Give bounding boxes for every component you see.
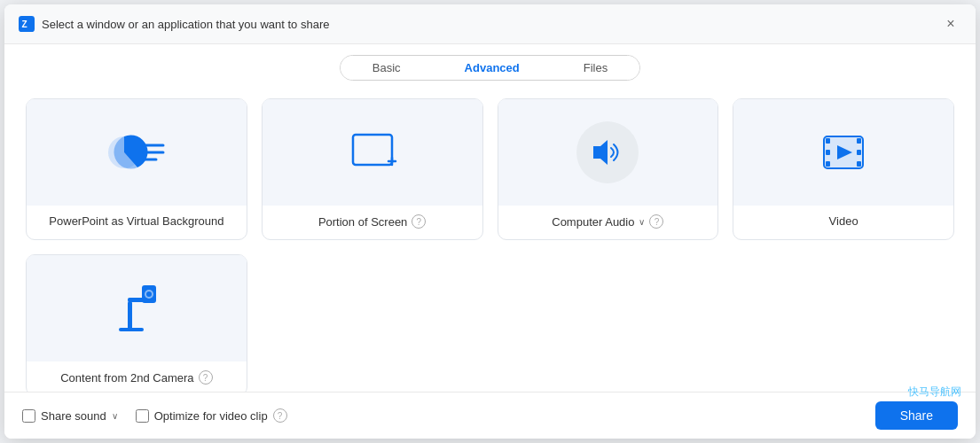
cards-row2: Content from 2nd Camera ? — [26, 254, 954, 392]
optimize-text: Optimize for video clip — [154, 409, 268, 423]
camera-icon — [101, 273, 172, 344]
share-dialog: Z Select a window or an application that… — [4, 4, 976, 439]
tab-advanced[interactable]: Advanced — [433, 56, 552, 80]
zoom-logo-icon: Z — [19, 16, 35, 32]
computer-audio-label: Computer Audio — [552, 215, 634, 229]
computer-audio-help-icon[interactable]: ? — [649, 214, 663, 229]
tab-basic[interactable]: Basic — [341, 56, 433, 80]
powerpoint-icon-area — [27, 99, 247, 206]
video-label: Video — [829, 214, 858, 228]
optimize-label[interactable]: Optimize for video clip ? — [136, 408, 287, 423]
computer-audio-icon-area — [498, 99, 718, 206]
svg-text:Z: Z — [21, 19, 27, 29]
optimize-checkbox[interactable] — [136, 409, 149, 423]
card-2nd-camera[interactable]: Content from 2nd Camera ? — [26, 254, 247, 392]
tab-files[interactable]: Files — [552, 56, 639, 80]
computer-audio-chevron-icon[interactable]: ∨ — [639, 217, 645, 227]
svg-rect-12 — [826, 138, 830, 144]
share-sound-checkbox[interactable] — [22, 409, 35, 423]
content-area: PowerPoint as Virtual Background Portion… — [4, 88, 976, 392]
powerpoint-label-row: PowerPoint as Virtual Background — [27, 206, 247, 238]
share-sound-chevron-icon[interactable]: ∨ — [112, 411, 118, 421]
card-computer-audio[interactable]: Computer Audio ∨ ? — [498, 98, 719, 240]
tabs-bar: Basic Advanced Files — [4, 44, 976, 88]
card-video[interactable]: Video — [733, 98, 954, 240]
audio-circle — [576, 121, 639, 183]
svg-rect-6 — [353, 135, 392, 165]
close-button[interactable]: × — [940, 13, 961, 35]
bottom-bar: Share sound ∨ Optimize for video clip ? … — [4, 392, 976, 439]
svg-rect-17 — [857, 161, 861, 167]
portion-screen-icon-area — [263, 99, 482, 206]
svg-rect-15 — [857, 138, 861, 144]
portion-screen-label-row: Portion of Screen ? — [263, 206, 482, 239]
powerpoint-icon — [101, 126, 172, 179]
svg-rect-13 — [826, 150, 830, 155]
share-button[interactable]: Share — [875, 401, 958, 430]
svg-point-24 — [146, 291, 152, 297]
portion-screen-icon — [337, 126, 408, 179]
card-portion-screen[interactable]: Portion of Screen ? — [262, 98, 483, 240]
svg-rect-14 — [826, 161, 830, 167]
share-sound-label[interactable]: Share sound ∨ — [22, 409, 118, 423]
title-bar: Z Select a window or an application that… — [4, 4, 976, 44]
tabs-container: Basic Advanced Files — [340, 55, 640, 81]
portion-screen-help-icon[interactable]: ? — [412, 214, 426, 229]
dialog-title: Select a window or an application that y… — [42, 18, 940, 31]
computer-audio-label-row: Computer Audio ∨ ? — [498, 206, 718, 239]
camera-icon-area — [27, 255, 247, 361]
cards-row1: PowerPoint as Virtual Background Portion… — [26, 98, 954, 240]
svg-rect-20 — [128, 301, 132, 330]
camera-help-icon[interactable]: ? — [199, 370, 213, 385]
card-powerpoint[interactable]: PowerPoint as Virtual Background — [26, 98, 247, 240]
video-label-row: Video — [733, 206, 953, 238]
optimize-help-icon[interactable]: ? — [273, 408, 287, 423]
audio-icon — [588, 133, 627, 172]
portion-screen-label: Portion of Screen — [318, 215, 407, 229]
camera-label: Content from 2nd Camera — [60, 371, 193, 385]
video-icon — [808, 126, 879, 179]
share-sound-text: Share sound — [41, 409, 106, 423]
camera-label-row: Content from 2nd Camera ? — [27, 361, 247, 392]
powerpoint-label: PowerPoint as Virtual Background — [49, 214, 223, 228]
svg-rect-16 — [857, 150, 861, 155]
video-icon-area — [733, 99, 953, 206]
svg-marker-9 — [593, 140, 608, 165]
